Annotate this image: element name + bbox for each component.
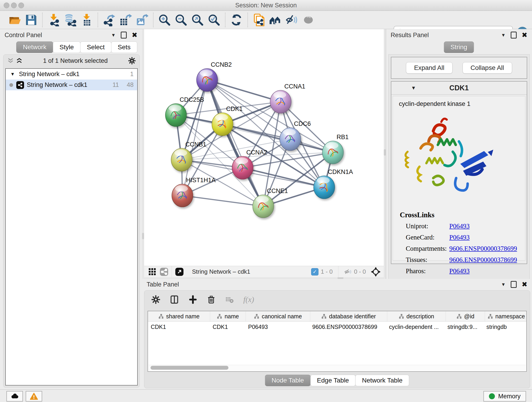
close-panel-icon[interactable]: ✖ — [522, 281, 527, 288]
grid-view-icon[interactable] — [148, 268, 157, 276]
export-table-icon[interactable] — [119, 13, 133, 27]
table-row[interactable]: CDK1CDK1P064939606.ENSP00000378699cyclin… — [148, 322, 526, 332]
column-header-database-identifier[interactable]: database identifier — [310, 311, 387, 321]
float-panel-icon[interactable] — [511, 32, 517, 38]
network-badge-icon[interactable] — [160, 268, 168, 276]
crosslink-link[interactable]: P06493 — [449, 267, 470, 275]
network-node-CCNE1[interactable]: CCNE1 — [253, 187, 288, 218]
network-node-CCNA1[interactable]: CCNA1 — [270, 83, 305, 113]
export-network-icon[interactable] — [102, 13, 116, 27]
zoom-fit-icon[interactable] — [191, 13, 204, 27]
hide-selected-icon[interactable] — [285, 13, 299, 27]
float-panel-icon[interactable] — [511, 281, 517, 288]
scrollbar-thumb[interactable] — [151, 366, 228, 370]
delete-column-icon[interactable] — [207, 295, 216, 304]
table-cell[interactable]: CDK1 — [148, 322, 210, 332]
close-panel-icon[interactable]: ✖ — [522, 32, 527, 38]
create-column-icon[interactable] — [188, 295, 197, 304]
network-edge[interactable] — [207, 80, 263, 206]
preview-eye-icon[interactable] — [302, 13, 315, 27]
tree-expand-icon[interactable]: ▼ — [10, 71, 15, 77]
right-splitter[interactable] — [384, 29, 386, 277]
close-panel-icon[interactable]: ✖ — [132, 32, 138, 38]
expand-networks-icon[interactable] — [7, 58, 14, 64]
network-edge[interactable] — [222, 124, 333, 153]
delete-table-icon-disabled — [225, 295, 234, 304]
network-node-RB1[interactable]: RB1 — [322, 134, 349, 164]
refresh-view-icon[interactable] — [230, 13, 243, 27]
network-canvas[interactable]: CCNB2CCNA1CDC25BCDK1CDC6RB1CCNB1CCNA2CDK… — [144, 29, 384, 266]
column-header-name[interactable]: name — [210, 311, 246, 321]
open-session-icon[interactable] — [8, 13, 22, 27]
section-collapse-icon[interactable]: ▼ — [411, 85, 416, 91]
collapse-panel-icon[interactable]: ▼ — [501, 282, 506, 287]
column-header-canonical-name[interactable]: canonical name — [246, 311, 310, 321]
collapse-networks-icon[interactable] — [16, 58, 23, 64]
hidden-eye-icon[interactable] — [344, 268, 352, 276]
table-horizontal-scrollbar[interactable] — [149, 365, 526, 370]
crosslink-link[interactable]: 9606.ENSP00000378699 — [449, 245, 517, 252]
expand-all-button[interactable]: Expand All — [406, 62, 452, 74]
tab-network-table[interactable]: Network Table — [355, 375, 409, 386]
column-header-description[interactable]: description — [387, 311, 446, 321]
results-panel-title: Results Panel — [391, 32, 429, 39]
zoom-in-icon[interactable] — [158, 13, 171, 27]
export-image-icon[interactable] — [135, 13, 149, 27]
string-app-icon[interactable] — [252, 13, 266, 27]
network-row-selected[interactable]: String Network – cdk1 11 48 — [6, 80, 137, 90]
tab-string[interactable]: String — [444, 41, 474, 53]
crosslink-label: GeneCard: — [406, 234, 449, 241]
network-node-CCNB2[interactable]: CCNB2 — [196, 61, 232, 91]
gene-section: ▼ CDK1 cyclin-dependent kinase 1 — [391, 81, 527, 264]
collapse-panel-icon[interactable]: ▼ — [111, 32, 116, 38]
selected-checkbox-icon[interactable]: ✓ — [311, 268, 318, 275]
crosslink-row: Tissues:9606.ENSP00000378699 — [406, 256, 525, 264]
crosslink-link[interactable]: P06493 — [449, 234, 470, 241]
float-panel-icon[interactable] — [121, 32, 127, 38]
network-node-CDKN1A[interactable]: CDKN1A — [314, 168, 353, 199]
tab-style[interactable]: Style — [53, 41, 80, 53]
import-table-file-icon[interactable] — [80, 13, 94, 27]
import-network-file-icon[interactable] — [47, 13, 60, 27]
column-header-shared-name[interactable]: shared name — [148, 311, 210, 321]
table-cell[interactable]: cyclin-dependent ... — [386, 322, 445, 332]
tab-edge-table[interactable]: Edge Table — [310, 375, 355, 386]
gene-section-header[interactable]: ▼ CDK1 — [391, 82, 527, 95]
homology-icon[interactable] — [268, 13, 282, 27]
column-header-namespace[interactable]: namespace — [485, 311, 526, 321]
table-cell[interactable]: 9606.ENSP00000378699 — [310, 322, 386, 332]
table-cell[interactable]: stringdb — [484, 322, 526, 332]
collapse-all-button[interactable]: Collapse All — [462, 62, 512, 74]
tab-sets[interactable]: Sets — [111, 41, 137, 53]
table-options-gear-icon[interactable] — [151, 295, 160, 304]
node-label: RB1 — [336, 134, 349, 140]
network-node-HIST1H1A[interactable]: HIST1H1A — [172, 177, 215, 207]
tab-network[interactable]: Network — [16, 41, 53, 53]
network-collection-row[interactable]: ▼ String Network – cdk1 1 — [6, 69, 137, 80]
zoom-out-icon[interactable] — [174, 13, 188, 27]
table-cell[interactable]: stringdb:9... — [445, 322, 484, 332]
network-options-gear-icon[interactable] — [128, 57, 136, 65]
toolbar-separator — [153, 13, 153, 27]
import-network-database-icon[interactable] — [63, 13, 77, 27]
memory-button[interactable]: Memory — [483, 391, 526, 402]
open-in-window-icon[interactable] — [175, 268, 184, 276]
tab-select[interactable]: Select — [80, 41, 111, 53]
crosslink-link[interactable]: 9606.ENSP00000378699 — [449, 256, 517, 264]
tab-node-table[interactable]: Node Table — [265, 375, 310, 386]
network-edge[interactable] — [182, 196, 263, 206]
table-panel: Table Panel ▼ ✖ f(x) shared namenamecano… — [142, 279, 532, 390]
collapse-panel-icon[interactable]: ▼ — [501, 32, 506, 38]
table-cell[interactable]: CDK1 — [210, 322, 245, 332]
cloud-status-button[interactable] — [6, 391, 23, 402]
show-columns-icon[interactable] — [170, 295, 179, 304]
column-header--id[interactable]: @id — [446, 311, 485, 321]
warnings-button[interactable] — [26, 391, 42, 402]
crosslink-link[interactable]: P06493 — [449, 222, 470, 230]
zoom-selected-icon[interactable] — [207, 13, 221, 27]
control-panel: Control Panel ▼ ✖ NetworkStyleSelectSets… — [0, 29, 142, 389]
birds-eye-icon[interactable] — [371, 267, 380, 277]
table-cell[interactable]: P06493 — [245, 322, 310, 332]
save-session-icon[interactable] — [24, 13, 38, 27]
network-edge[interactable] — [207, 80, 281, 102]
